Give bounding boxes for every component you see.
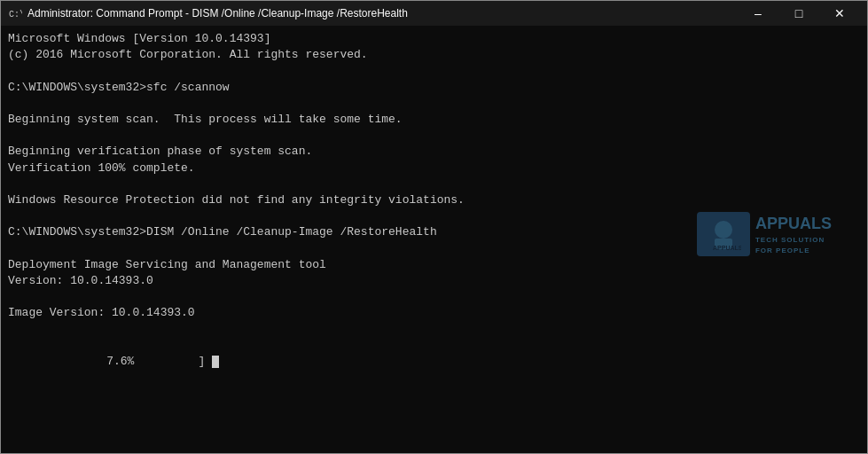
title-bar-controls: – □ ✕	[738, 1, 860, 26]
terminal-line-1: Microsoft Windows [Version 10.0.14393]	[8, 31, 860, 47]
watermark-logo: APPUALS	[697, 212, 750, 256]
cursor	[212, 356, 219, 368]
terminal-progress-line: 7.6% ]	[8, 338, 860, 387]
terminal-line-15: Deployment Image Servicing and Managemen…	[8, 257, 860, 273]
terminal-line-16: Version: 10.0.14393.0	[8, 273, 860, 289]
svg-text:APPUALS: APPUALS	[713, 245, 741, 251]
title-bar: C:\ Administrator: Command Prompt - DISM…	[1, 1, 867, 26]
progress-percent: 7.6%	[50, 354, 192, 370]
terminal-line-18: Image Version: 10.0.14393.0	[8, 305, 860, 321]
terminal-line-3	[8, 63, 860, 79]
terminal-line-4: C:\WINDOWS\system32>sfc /scannow	[8, 80, 860, 96]
terminal-line-10	[8, 176, 860, 192]
terminal-line-17	[8, 289, 860, 305]
svg-text:C:\: C:\	[9, 10, 22, 20]
svg-point-2	[715, 221, 732, 239]
terminal-body[interactable]: Microsoft Windows [Version 10.0.14393] (…	[1, 26, 867, 453]
terminal-line-6: Beginning system scan. This process will…	[8, 112, 860, 128]
terminal-line-19	[8, 321, 860, 337]
progress-bar-end: ]	[192, 355, 212, 368]
terminal-line-7	[8, 128, 860, 144]
terminal-line-2: (c) 2016 Microsoft Corporation. All righ…	[8, 47, 860, 63]
terminal-line-9: Verification 100% complete.	[8, 160, 860, 176]
command-prompt-window: C:\ Administrator: Command Prompt - DISM…	[0, 0, 868, 454]
watermark-subtext: TECH SOLUTIONFOR PEOPLE	[755, 235, 832, 254]
terminal-line-5	[8, 96, 860, 112]
terminal-line-11: Windows Resource Protection did not find…	[8, 192, 860, 208]
close-button[interactable]: ✕	[819, 1, 860, 26]
watermark: APPUALS APPUALS TECH SOLUTIONFOR PEOPLE	[697, 212, 832, 256]
minimize-button[interactable]: –	[738, 1, 778, 26]
terminal-line-8: Beginning verification phase of system s…	[8, 144, 860, 160]
title-bar-text: Administrator: Command Prompt - DISM /On…	[27, 7, 738, 20]
cmd-icon: C:\	[8, 6, 22, 20]
maximize-button[interactable]: □	[778, 1, 819, 26]
watermark-text: APPUALS TECH SOLUTIONFOR PEOPLE	[755, 213, 832, 255]
